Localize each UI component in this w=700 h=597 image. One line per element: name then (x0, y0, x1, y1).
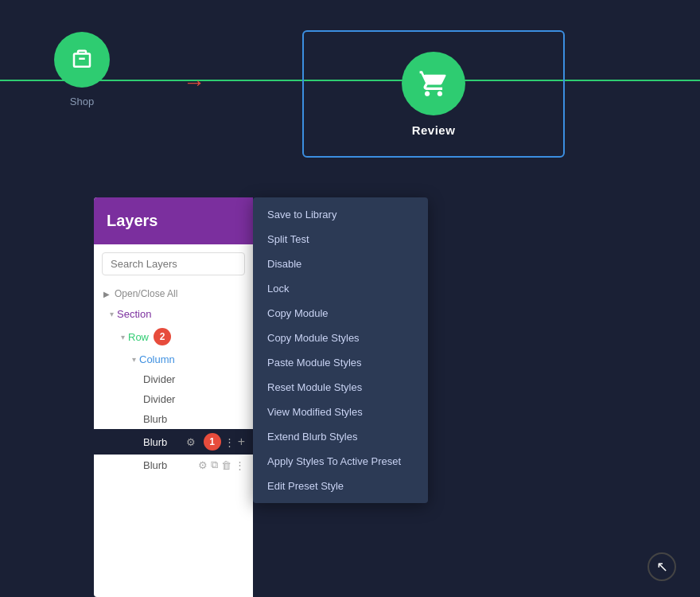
blurb2-icons: ⚙ 1 ⋮ (186, 433, 235, 451)
menu-item-view-modified-styles[interactable]: View Modified Styles (253, 400, 428, 424)
menu-item-save-to-library[interactable]: Save to Library (253, 202, 428, 227)
blurb2-badge: 1 (204, 433, 221, 451)
context-menu: Save to Library Split Test Disable Lock … (253, 197, 428, 503)
layers-header: Layers (94, 197, 253, 244)
blurb3-icons: ⚙ ⧉ 🗑 ⋮ (198, 458, 245, 471)
triangle-icon: ▶ (103, 290, 110, 298)
delete2-icon[interactable]: 🗑 (221, 459, 231, 471)
bottom-panel: Layers ▶ Open/Close All ▾ Section ▾ Row … (0, 197, 700, 597)
layer-item-divider1[interactable]: Divider (94, 369, 253, 389)
layer-item-column[interactable]: ▾ Column (94, 349, 253, 369)
menu-item-copy-module[interactable]: Copy Module (253, 301, 428, 326)
review-box[interactable]: Review (302, 30, 565, 158)
shop-node[interactable] (54, 32, 110, 88)
menu-item-lock[interactable]: Lock (253, 276, 428, 301)
layers-title: Layers (107, 212, 158, 229)
layer-item-section[interactable]: ▾ Section (94, 304, 253, 324)
tri-icon: ▾ (110, 310, 114, 318)
section-label: Section (117, 308, 151, 320)
column-label: Column (139, 353, 175, 365)
more-icon[interactable]: ⋮ (224, 436, 235, 448)
settings-icon[interactable]: ⚙ (186, 436, 196, 448)
divider1-label: Divider (143, 373, 175, 385)
settings2-icon[interactable]: ⚙ (198, 459, 208, 471)
menu-item-paste-module-styles[interactable]: Paste Module Styles (253, 350, 428, 375)
add-button[interactable]: + (238, 435, 245, 449)
layer-item-row[interactable]: ▾ Row 2 (94, 324, 253, 349)
open-close-all[interactable]: ▶ Open/Close All (94, 283, 253, 304)
menu-item-reset-module-styles[interactable]: Reset Module Styles (253, 375, 428, 400)
blurb3-label: Blurb (143, 459, 167, 471)
row-badge: 2 (154, 328, 171, 345)
menu-item-edit-preset-style[interactable]: Edit Preset Style (253, 474, 428, 498)
divider2-label: Divider (143, 393, 175, 405)
layer-item-blurb1[interactable]: Blurb (94, 409, 253, 429)
review-node (402, 52, 465, 115)
review-label: Review (412, 123, 456, 137)
tri-icon: ▾ (132, 355, 136, 364)
shop-label: Shop (70, 96, 94, 107)
tri-icon: ▾ (121, 333, 125, 341)
blurb1-label: Blurb (143, 413, 167, 425)
layer-item-divider2[interactable]: Divider (94, 389, 253, 409)
layers-sidebar: Layers ▶ Open/Close All ▾ Section ▾ Row … (94, 197, 253, 597)
menu-item-copy-module-styles[interactable]: Copy Module Styles (253, 326, 428, 350)
row-label: Row (128, 331, 149, 343)
menu-item-split-test[interactable]: Split Test (253, 227, 428, 252)
flow-arrow: → (183, 70, 205, 96)
flow-diagram: Shop → Review (0, 0, 700, 183)
cursor-icon: ↖ (648, 552, 676, 581)
menu-item-apply-styles[interactable]: Apply Styles To Active Preset (253, 449, 428, 474)
blurb2-label: Blurb (143, 436, 167, 448)
layer-item-blurb3[interactable]: Blurb ⚙ ⧉ 🗑 ⋮ (94, 455, 253, 475)
copy2-icon[interactable]: ⧉ (211, 458, 218, 471)
more2-icon[interactable]: ⋮ (235, 459, 245, 471)
layer-item-blurb2[interactable]: Blurb ⚙ 1 ⋮ + (94, 429, 253, 455)
menu-item-disable[interactable]: Disable (253, 252, 428, 276)
layers-content: ▶ Open/Close All ▾ Section ▾ Row 2 ▾ Col… (94, 275, 253, 483)
menu-item-extend-blurb-styles[interactable]: Extend Blurb Styles (253, 424, 428, 449)
search-input[interactable] (102, 252, 245, 275)
